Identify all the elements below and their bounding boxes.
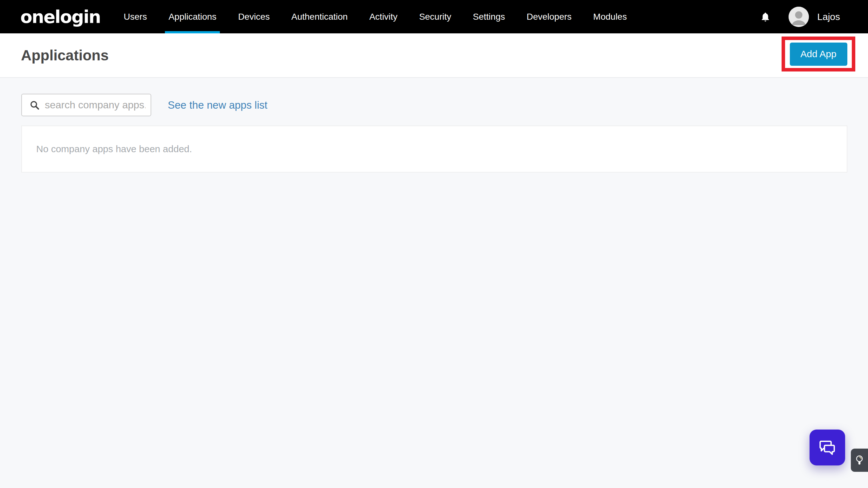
onelogin-admin-page: onelogin Users Applications Devices Auth…	[0, 0, 868, 488]
nav-item-devices[interactable]: Devices	[237, 0, 271, 33]
top-navigation-bar: onelogin Users Applications Devices Auth…	[0, 0, 868, 33]
lightbulb-icon	[855, 455, 864, 466]
chat-widget-button[interactable]	[810, 430, 845, 465]
main-nav: Users Applications Devices Authenticatio…	[123, 0, 628, 33]
nav-item-applications[interactable]: Applications	[167, 0, 217, 33]
user-avatar[interactable]	[788, 7, 809, 27]
annotation-highlight: Add App	[782, 36, 855, 71]
search-input[interactable]	[45, 99, 146, 111]
add-app-button[interactable]: Add App	[790, 42, 847, 66]
onelogin-logo[interactable]: onelogin	[20, 0, 100, 33]
nav-item-settings[interactable]: Settings	[472, 0, 506, 33]
nav-item-security[interactable]: Security	[418, 0, 452, 33]
topbar-right-section: Lajos	[760, 0, 840, 33]
chat-bubbles-icon	[817, 438, 837, 457]
page-header: Applications Add App	[0, 33, 868, 78]
notification-bell-icon[interactable]	[760, 11, 771, 23]
company-apps-search[interactable]	[21, 94, 151, 116]
empty-apps-message: No company apps have been added.	[36, 144, 192, 154]
search-icon	[30, 100, 40, 110]
page-title: Applications	[21, 47, 108, 64]
see-new-apps-link[interactable]: See the new apps list	[168, 94, 268, 116]
nav-item-activity[interactable]: Activity	[368, 0, 398, 33]
tips-tab[interactable]	[851, 449, 868, 472]
nav-item-modules[interactable]: Modules	[592, 0, 628, 33]
nav-item-users[interactable]: Users	[123, 0, 148, 33]
nav-item-authentication[interactable]: Authentication	[290, 0, 348, 33]
empty-apps-panel: No company apps have been added.	[21, 125, 847, 173]
nav-item-developers[interactable]: Developers	[526, 0, 572, 33]
content-area: See the new apps list No company apps ha…	[0, 79, 868, 488]
user-name[interactable]: Lajos	[817, 11, 840, 22]
